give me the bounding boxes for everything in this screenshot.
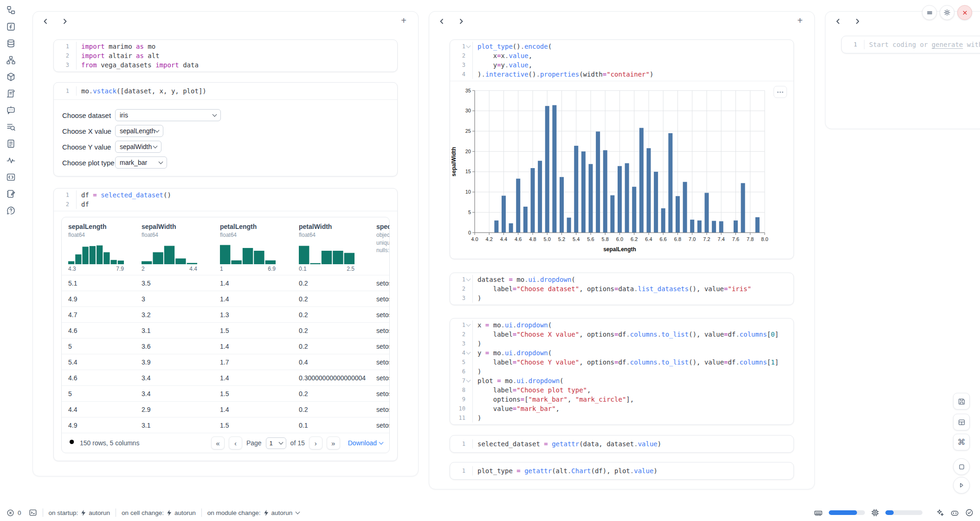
autorun-label: on startup: [49,509,78,516]
table-row[interactable]: 4.63.11.50.2setosa [62,322,389,338]
table-row[interactable]: 4.931.40.2setosa [62,291,389,306]
svg-text:7.6: 7.6 [732,236,739,242]
error-indicator[interactable]: 0 [6,509,21,517]
column-collapse-right-icon[interactable] [61,17,69,26]
plot-code-cell[interactable]: 1234plot_type().encode( x=x.value, y=y.v… [450,39,794,259]
page-number-select[interactable]: 1 [266,437,286,449]
code-editor[interactable]: 1234567891011x = mo.ui.dropdown( label="… [450,319,793,424]
code-editor[interactable]: 1mo.vstack([dataset, x, y, plot]) [54,83,397,99]
code-editor[interactable]: 12df = selected_dataset()df [54,189,397,211]
sidebar-item-tracing[interactable] [6,155,16,165]
code-line: plot_type().encode( [477,42,793,51]
autorun-setting-3[interactable]: on module change:autorun [207,509,300,516]
add-cell-button[interactable]: + [795,15,805,26]
fold-chevron-icon[interactable] [466,350,471,355]
sidebar-item-snippets[interactable] [6,172,16,182]
ai-sparkles-icon[interactable] [936,508,944,517]
y-value-select[interactable]: sepalWidth [115,141,161,153]
sidebar-item-datasources[interactable] [6,38,16,48]
fold-chevron-icon[interactable] [466,378,471,383]
x-value-select[interactable]: sepalLength [115,125,163,137]
table-row[interactable]: 53.41.50.2setosa [62,385,389,401]
table-row[interactable]: 53.61.40.2setosa [62,338,389,354]
sidebar-item-notebook[interactable] [6,189,16,199]
dataset-dropdown-code-cell[interactable]: 123dataset = mo.ui.dropdown( label="Choo… [450,273,794,305]
fold-chevron-icon[interactable] [466,322,471,327]
table-row[interactable]: 4.42.91.40.2setosa [62,401,389,417]
chart-options-button[interactable] [774,86,787,98]
code-editor[interactable]: 123dataset = mo.ui.dropdown( label="Choo… [450,273,793,305]
dataframe-code-cell[interactable]: 12df = selected_dataset()df sepalLengthf… [53,188,398,461]
save-button[interactable] [953,393,970,410]
sidebar-item-dependency-graph[interactable] [6,55,16,65]
code-editor[interactable]: 1plot_type = getattr(alt.Chart(df), plot… [450,462,793,479]
column-header-species[interactable]: speciesobjectunique:nulls: [370,222,389,272]
menu-button[interactable] [922,5,937,20]
autorun-setting-2[interactable]: on cell change:autorun [122,509,196,516]
code-lines: import marimo as moimport altair as altf… [76,42,397,70]
terminal-button[interactable] [29,508,37,517]
dataset-select[interactable]: iris [115,109,221,121]
add-cell-button[interactable]: + [399,15,409,26]
fold-chevron-icon[interactable] [466,277,471,281]
column-header-sepalLength[interactable]: sepalLengthfloat644.37.9 [62,222,135,272]
vstack-code-cell[interactable]: 1mo.vstack([dataset, x, y, plot]) Choose… [53,82,398,176]
sepal-bar-chart[interactable]: 4.04.24.44.64.85.05.25.45.65.86.06.26.46… [450,84,793,256]
code-line: mo.vstack([dataset, x, y, plot]) [81,86,397,96]
column-collapse-left-icon[interactable] [438,17,446,26]
code-editor[interactable]: 1selected_dataset = getattr(data, datase… [450,436,793,452]
sidebar-item-file-tree[interactable] [6,5,16,15]
svg-text:5.4: 5.4 [573,236,580,242]
run-button[interactable] [953,477,970,494]
first-page-button[interactable]: « [211,436,225,449]
empty-code-cell[interactable]: 1 Start coding or generate with [841,36,980,53]
sidebar-item-documentation[interactable] [6,138,16,149]
fold-chevron-icon[interactable] [466,44,471,48]
table-row[interactable]: 4.73.21.30.2setosa [62,306,389,322]
column-header-sepalWidth[interactable]: sepalWidthfloat6424.4 [135,222,213,272]
settings-button[interactable] [940,5,954,20]
column-header-petalLength[interactable]: petalLengthfloat6416.9 [213,222,292,272]
svg-text:5.0: 5.0 [544,236,551,242]
column-collapse-left-icon[interactable] [41,17,50,26]
table-row[interactable]: 4.63.41.40.30000000000000004setosa [62,370,389,385]
column-collapse-right-icon[interactable] [457,17,465,26]
keyboard-shortcuts-button[interactable]: ⌘ [953,434,970,450]
app-view-button[interactable] [953,458,970,475]
xy-plot-dropdowns-code-cell[interactable]: 1234567891011x = mo.ui.dropdown( label="… [450,318,794,425]
table-search-icon[interactable] [68,438,76,448]
sidebar-item-packages[interactable] [6,72,16,82]
sidebar-item-ai-chat[interactable] [6,105,16,115]
table-cell: 4.4 [62,406,135,413]
prev-page-button[interactable]: ‹ [229,436,242,449]
plot-type-select[interactable]: mark_bar [115,156,167,169]
column-header-petalWidth[interactable]: petalWidthfloat640.12.5 [292,222,370,272]
last-page-button[interactable]: » [327,436,340,449]
download-button[interactable]: Download [348,439,383,447]
connection-status-icon[interactable] [965,508,974,517]
sidebar-item-logs[interactable] [6,88,16,98]
shutdown-button[interactable] [957,5,972,20]
plot-type-code-cell[interactable]: 1plot_type = getattr(alt.Chart(df), plot… [450,462,794,480]
copilot-icon[interactable] [950,508,959,517]
autorun-setting-1[interactable]: on startup:autorun [49,509,110,516]
table-cell: 3.1 [135,422,213,429]
imports-code-cell[interactable]: 123import marimo as moimport altair as a… [53,39,398,72]
table-row[interactable]: 5.43.91.70.4setosa [62,354,389,370]
table-row[interactable]: 4.93.11.50.1setosa [62,417,389,433]
column-collapse-left-icon[interactable] [834,17,842,26]
next-page-button[interactable]: › [309,436,322,449]
table-row[interactable]: 5.13.51.40.2setosa [62,275,389,291]
table-cell: 5 [62,390,135,397]
code-editor[interactable]: 1234plot_type().encode( x=x.value, y=y.v… [450,40,793,81]
code-editor[interactable]: 123import marimo as moimport altair as a… [54,40,397,72]
dropdown-label: Choose dataset [62,111,115,119]
sidebar-item-scratchpad[interactable] [6,122,16,132]
svg-text:sepalWidth: sepalWidth [451,147,457,176]
generate-link[interactable]: generate [932,41,963,48]
selected-dataset-code-cell[interactable]: 1selected_dataset = getattr(data, datase… [450,435,794,453]
sidebar-item-help[interactable] [6,205,16,215]
sidebar-item-functions[interactable] [6,21,16,32]
panel-layout-button[interactable] [953,414,970,430]
column-collapse-right-icon[interactable] [853,17,862,26]
